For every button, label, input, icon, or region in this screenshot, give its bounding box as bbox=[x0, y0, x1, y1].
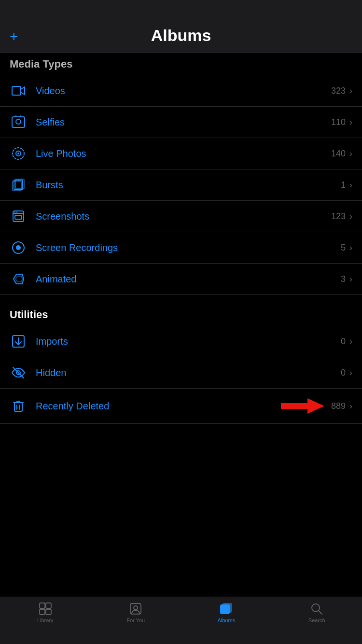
svg-marker-23 bbox=[281, 398, 324, 414]
bursts-label: Bursts bbox=[36, 180, 341, 191]
imports-icon bbox=[10, 333, 27, 350]
screen-recordings-count: 5 bbox=[341, 243, 346, 253]
imports-chevron: › bbox=[349, 336, 352, 347]
svg-point-29 bbox=[134, 606, 138, 610]
animated-label: Animated bbox=[36, 274, 341, 285]
albums-tab-icon bbox=[220, 602, 233, 616]
tab-search[interactable]: Search bbox=[272, 602, 362, 623]
recently-deleted-row[interactable]: Recently Deleted 889 › bbox=[0, 389, 362, 424]
hidden-label: Hidden bbox=[36, 367, 341, 378]
animated-count: 3 bbox=[341, 274, 346, 284]
screenshots-row[interactable]: Screenshots 123 › bbox=[0, 201, 362, 232]
screenshots-label: Screenshots bbox=[36, 211, 331, 222]
tab-albums[interactable]: Albums bbox=[181, 602, 272, 623]
imports-label: Imports bbox=[36, 336, 341, 347]
live-photos-label: Live Photos bbox=[36, 148, 331, 159]
library-tab-label: Library bbox=[37, 617, 54, 623]
screen-recordings-row[interactable]: Screen Recordings 5 › bbox=[0, 232, 362, 264]
utilities-section-header: Utilities bbox=[0, 295, 362, 326]
recently-deleted-label: Recently Deleted bbox=[36, 401, 281, 412]
svg-rect-32 bbox=[221, 605, 229, 614]
animated-row[interactable]: Animated 3 › bbox=[0, 264, 362, 295]
screenshots-count: 123 bbox=[331, 211, 346, 222]
svg-marker-16 bbox=[15, 276, 23, 282]
svg-rect-25 bbox=[46, 603, 51, 608]
svg-rect-27 bbox=[46, 609, 51, 615]
svg-line-18 bbox=[13, 367, 24, 378]
videos-row[interactable]: Videos 323 › bbox=[0, 75, 362, 107]
recently-deleted-count: 889 bbox=[331, 401, 346, 411]
live-photo-icon bbox=[10, 145, 27, 162]
recently-deleted-chevron: › bbox=[349, 401, 352, 411]
screen-recording-icon bbox=[10, 239, 27, 256]
red-arrow-indicator bbox=[281, 395, 324, 417]
for-you-tab-icon bbox=[129, 602, 142, 616]
live-photos-count: 140 bbox=[331, 149, 346, 159]
svg-rect-12 bbox=[15, 215, 22, 219]
tab-for-you[interactable]: For You bbox=[91, 602, 181, 623]
selfies-row[interactable]: Selfies 110 › bbox=[0, 107, 362, 138]
selfies-chevron: › bbox=[349, 117, 352, 127]
svg-point-14 bbox=[16, 245, 21, 250]
video-icon bbox=[10, 82, 27, 99]
search-tab-icon bbox=[310, 602, 323, 616]
media-types-section-header: Media Types bbox=[0, 53, 362, 75]
selfie-icon bbox=[10, 113, 27, 131]
bursts-row[interactable]: Bursts 1 › bbox=[0, 169, 362, 201]
for-you-tab-label: For You bbox=[126, 617, 145, 623]
hidden-icon bbox=[10, 364, 27, 381]
screen-recordings-label: Screen Recordings bbox=[36, 242, 341, 253]
screen-recordings-chevron: › bbox=[349, 243, 352, 253]
svg-line-34 bbox=[319, 611, 322, 614]
tab-library[interactable]: Library bbox=[0, 602, 91, 623]
selfies-count: 110 bbox=[331, 117, 346, 127]
page-title: Albums bbox=[151, 26, 211, 45]
trash-icon bbox=[10, 397, 27, 415]
svg-rect-24 bbox=[40, 603, 45, 608]
bursts-icon bbox=[10, 176, 27, 194]
add-button[interactable]: + bbox=[10, 28, 18, 45]
hidden-row[interactable]: Hidden 0 › bbox=[0, 357, 362, 389]
selfies-label: Selfies bbox=[36, 117, 331, 128]
svg-point-2 bbox=[16, 119, 21, 124]
videos-label: Videos bbox=[36, 85, 331, 97]
svg-rect-1 bbox=[12, 117, 25, 127]
live-photos-chevron: › bbox=[349, 149, 352, 159]
screenshots-chevron: › bbox=[349, 211, 352, 222]
imports-row[interactable]: Imports 0 › bbox=[0, 326, 362, 357]
tab-bar: Library For You Albums bbox=[0, 597, 362, 644]
bursts-count: 1 bbox=[341, 180, 346, 190]
svg-point-5 bbox=[17, 153, 19, 154]
imports-count: 0 bbox=[341, 336, 346, 347]
animated-chevron: › bbox=[349, 274, 352, 284]
bursts-chevron: › bbox=[349, 180, 352, 190]
page-header: + Albums bbox=[0, 0, 362, 53]
hidden-count: 0 bbox=[341, 368, 346, 378]
svg-point-11 bbox=[16, 211, 17, 212]
svg-point-10 bbox=[14, 211, 15, 212]
albums-tab-label: Albums bbox=[217, 617, 235, 623]
library-tab-icon bbox=[39, 602, 52, 616]
search-tab-label: Search bbox=[308, 617, 325, 623]
screenshots-icon bbox=[10, 208, 27, 225]
content-area: Media Types Videos 323 › Selfies 110 › bbox=[0, 53, 362, 472]
svg-rect-26 bbox=[40, 609, 45, 615]
live-photos-row[interactable]: Live Photos 140 › bbox=[0, 138, 362, 169]
videos-chevron: › bbox=[349, 86, 352, 96]
videos-count: 323 bbox=[331, 86, 346, 96]
animated-icon bbox=[10, 270, 27, 288]
svg-rect-0 bbox=[12, 86, 21, 95]
hidden-chevron: › bbox=[349, 368, 352, 378]
svg-rect-20 bbox=[14, 403, 22, 411]
